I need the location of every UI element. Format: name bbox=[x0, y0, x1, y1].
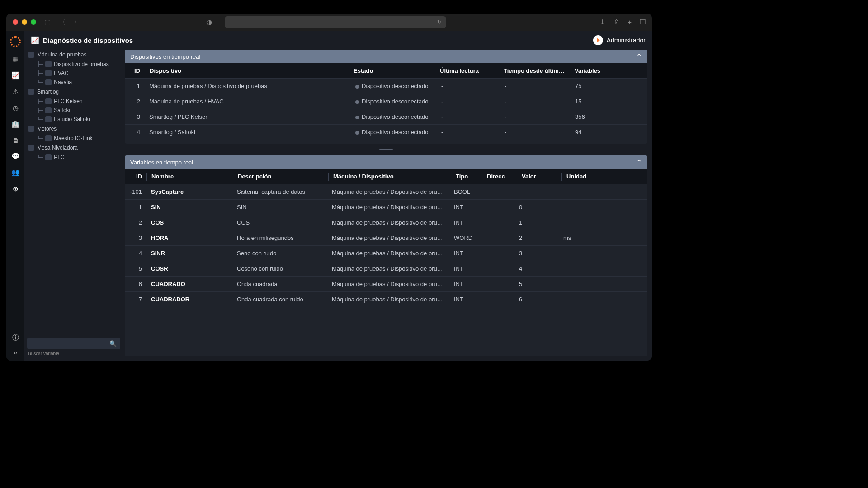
tree-node-label: Mesa Niveladora bbox=[37, 145, 78, 151]
dashboard-icon[interactable]: ▦ bbox=[12, 55, 19, 63]
col-id: ID bbox=[125, 67, 145, 74]
file-icon[interactable]: 🗎 bbox=[12, 136, 19, 144]
tree-child-label: Estudio Saltoki bbox=[54, 116, 90, 122]
forward-icon[interactable]: 〉 bbox=[74, 18, 80, 27]
col-timesince: Tiempo desde última l... bbox=[499, 67, 570, 74]
tree-node[interactable]: Motores bbox=[27, 124, 120, 134]
search-variable-input[interactable]: 🔍 bbox=[27, 338, 120, 349]
col-type: Tipo bbox=[451, 173, 482, 180]
checkbox-icon[interactable] bbox=[45, 79, 52, 85]
checkbox-icon[interactable] bbox=[45, 154, 52, 160]
checkbox-icon[interactable] bbox=[28, 145, 34, 151]
checkbox-icon[interactable] bbox=[28, 52, 34, 58]
tree-child-label: Dispositivo de pruebas bbox=[54, 61, 108, 67]
tree-node[interactable]: Smartlog bbox=[27, 87, 120, 97]
expand-rail-icon[interactable]: » bbox=[14, 348, 17, 356]
user-menu[interactable]: Administrador bbox=[593, 35, 646, 45]
user-name: Administrador bbox=[607, 37, 646, 44]
devices-panel-title: Dispositivos en tiempo real bbox=[130, 53, 200, 60]
tabs-icon[interactable]: ❐ bbox=[640, 18, 646, 26]
variable-row[interactable]: 7CUADRADOROnda cuadrada con ruidoMáquina… bbox=[125, 292, 647, 307]
tree-child[interactable]: ├─Dispositivo de pruebas bbox=[27, 60, 120, 69]
chart-line-icon: 📈 bbox=[31, 36, 39, 44]
checkbox-icon[interactable] bbox=[45, 70, 52, 76]
col-name: Nombre bbox=[147, 173, 233, 180]
variables-thead: ID Nombre Descripción Máquina / Disposit… bbox=[125, 169, 647, 184]
tree-node[interactable]: Máquina de pruebas bbox=[27, 50, 120, 60]
devices-panel-header[interactable]: Dispositivos en tiempo real ⌃ bbox=[125, 50, 647, 63]
col-unit: Unidad bbox=[562, 173, 594, 180]
building-icon[interactable]: 🏢 bbox=[11, 120, 20, 128]
resize-handle[interactable] bbox=[125, 148, 647, 151]
device-row[interactable]: 2Máquina de pruebas / HVACDispositivo de… bbox=[125, 94, 647, 109]
variable-row[interactable]: 5COSRCoseno con ruidoMáquina de pruebas … bbox=[125, 261, 647, 277]
info-icon[interactable]: ⓘ bbox=[12, 333, 19, 342]
tree-child[interactable]: └─Estudio Saltoki bbox=[27, 115, 120, 124]
variable-row[interactable]: 3HORAHora en milisegundosMáquina de prue… bbox=[125, 230, 647, 246]
checkbox-icon[interactable] bbox=[45, 135, 52, 141]
sidebar-toggle-icon[interactable]: ⬚ bbox=[44, 18, 51, 26]
tree-child[interactable]: ├─PLC Kelsen bbox=[27, 97, 120, 106]
status-dot-icon bbox=[355, 131, 359, 135]
users-icon[interactable]: 👥 bbox=[11, 169, 20, 177]
avatar-icon bbox=[593, 35, 603, 45]
col-lastread: Última lectura bbox=[435, 67, 499, 74]
titlebar: ⬚ 〈 〉 ◑ ↻ ⤓ ⇪ + ❐ bbox=[6, 14, 652, 31]
variable-row[interactable]: 2COSCOSMáquina de pruebas / Dispositivo … bbox=[125, 215, 647, 230]
chart-icon[interactable]: 📈 bbox=[11, 71, 20, 80]
checkbox-icon[interactable] bbox=[28, 89, 34, 95]
maximize-window-icon[interactable] bbox=[31, 19, 36, 25]
search-icon[interactable]: 🔍 bbox=[109, 340, 117, 347]
search-label: Buscar variable bbox=[28, 351, 120, 356]
chevron-up-icon[interactable]: ⌃ bbox=[636, 52, 642, 61]
download-icon[interactable]: ⤓ bbox=[599, 18, 605, 26]
checkbox-icon[interactable] bbox=[45, 116, 52, 122]
minimize-window-icon[interactable] bbox=[22, 19, 27, 25]
tree-node-label: Motores bbox=[37, 126, 57, 132]
checkbox-icon[interactable] bbox=[45, 61, 52, 67]
tree-child[interactable]: └─Navalia bbox=[27, 78, 120, 87]
variable-row[interactable]: -101SysCaptureSistema: captura de datosM… bbox=[125, 184, 647, 200]
tree-child-label: PLC Kelsen bbox=[54, 98, 82, 104]
variable-row[interactable]: 1SINSINMáquina de pruebas / Dispositivo … bbox=[125, 200, 647, 215]
tree-child-label: Navalia bbox=[54, 79, 72, 85]
tree-child[interactable]: └─PLC bbox=[27, 153, 120, 162]
variables-panel-title: Variables en tiempo real bbox=[130, 159, 193, 166]
logo-icon[interactable] bbox=[10, 36, 21, 47]
checkbox-icon[interactable] bbox=[45, 98, 52, 104]
device-row[interactable]: 1Máquina de pruebas / Dispositivo de pru… bbox=[125, 79, 647, 94]
tree-child-label: Maestro IO-Link bbox=[54, 135, 92, 141]
device-row[interactable]: 4Smartlog / SaltokiDispositivo desconect… bbox=[125, 125, 647, 140]
share-icon[interactable]: ⇪ bbox=[613, 18, 619, 26]
variables-table: ID Nombre Descripción Máquina / Disposit… bbox=[125, 169, 647, 356]
search-field[interactable] bbox=[31, 340, 109, 347]
tree-child[interactable]: └─Maestro IO-Link bbox=[27, 134, 120, 143]
tree-child-label: Saltoki bbox=[54, 107, 70, 113]
gauge-icon[interactable]: ◷ bbox=[13, 104, 19, 112]
alert-icon[interactable]: ⚠ bbox=[13, 88, 19, 96]
shield-icon[interactable]: ◑ bbox=[206, 18, 212, 26]
tree-node[interactable]: Mesa Niveladora bbox=[27, 143, 120, 153]
devices-table: ID Dispositivo Estado Última lectura Tie… bbox=[125, 63, 647, 144]
col-value: Valor bbox=[517, 173, 561, 180]
back-icon[interactable]: 〈 bbox=[59, 18, 66, 27]
tree-child[interactable]: ├─HVAC bbox=[27, 69, 120, 78]
status-dot-icon bbox=[355, 85, 359, 89]
variables-panel-header[interactable]: Variables en tiempo real ⌃ bbox=[125, 155, 647, 169]
device-row[interactable]: 3Smartlog / PLC KelsenDispositivo descon… bbox=[125, 109, 647, 125]
new-tab-icon[interactable]: + bbox=[627, 18, 632, 26]
variable-row[interactable]: 6CUADRADOOnda cuadradaMáquina de pruebas… bbox=[125, 277, 647, 292]
variable-row[interactable]: 4SINRSeno con ruidoMáquina de pruebas / … bbox=[125, 246, 647, 261]
devices-thead: ID Dispositivo Estado Última lectura Tie… bbox=[125, 63, 647, 79]
chevron-up-icon[interactable]: ⌃ bbox=[636, 158, 642, 167]
message-icon[interactable]: 💬 bbox=[11, 152, 20, 160]
tree-child[interactable]: ├─Saltoki bbox=[27, 106, 120, 115]
url-bar[interactable]: ↻ bbox=[225, 16, 446, 28]
reload-icon[interactable]: ↻ bbox=[437, 19, 442, 25]
checkbox-icon[interactable] bbox=[45, 107, 52, 113]
checkbox-icon[interactable] bbox=[28, 126, 34, 132]
close-window-icon[interactable] bbox=[13, 19, 18, 25]
col-variables: Variables bbox=[570, 67, 647, 74]
diagnostics-icon[interactable]: ⊕ bbox=[13, 185, 19, 193]
col-device: Dispositivo bbox=[145, 67, 349, 74]
